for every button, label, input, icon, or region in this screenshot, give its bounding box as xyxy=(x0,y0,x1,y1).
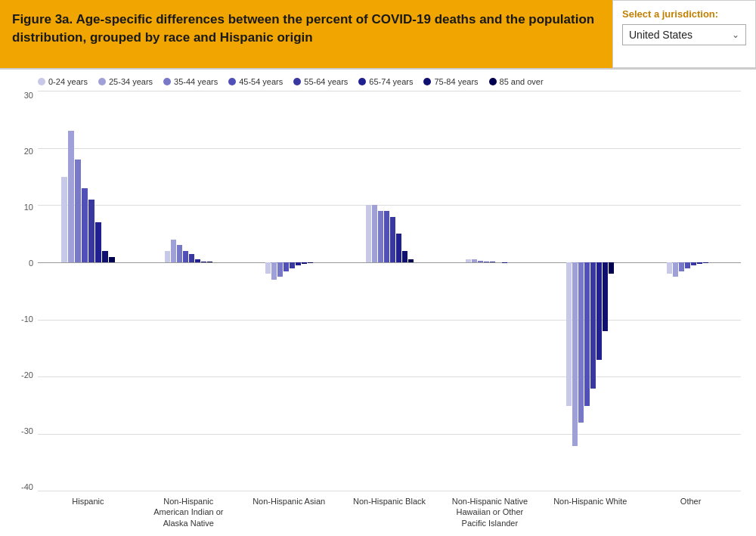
legend-color xyxy=(358,78,366,85)
bar-group xyxy=(138,91,239,491)
bar-wrapper xyxy=(590,91,596,491)
bar-negative xyxy=(596,262,602,360)
legend-color xyxy=(38,78,45,85)
bar-wrapper xyxy=(466,91,471,491)
bar-wrapper xyxy=(679,91,684,491)
bar-positive xyxy=(207,262,212,262)
bar-wrapper xyxy=(566,91,572,491)
legend-label: 65-74 years xyxy=(369,77,413,86)
bar-wrapper xyxy=(95,91,101,491)
bar-negative xyxy=(584,262,590,405)
group-bars xyxy=(640,91,741,491)
bar-positive xyxy=(366,205,371,262)
bar-wrapper xyxy=(484,91,489,491)
bar-positive xyxy=(68,131,74,262)
bar-negative xyxy=(296,262,301,265)
bar-wrapper xyxy=(109,91,115,491)
bar-positive xyxy=(396,234,401,262)
legend-color xyxy=(163,78,171,85)
bar-wrapper xyxy=(265,91,271,491)
bar-wrapper xyxy=(697,91,702,491)
bar-negative xyxy=(572,262,578,445)
bar-wrapper xyxy=(366,91,371,491)
bar-positive xyxy=(466,259,471,262)
jurisdiction-value: United States xyxy=(629,29,692,41)
y-axis-tick: 30 xyxy=(24,91,33,100)
bar-wrapper xyxy=(308,91,313,491)
bar-negative xyxy=(603,262,608,331)
bar-wrapper xyxy=(603,91,608,491)
bar-negative xyxy=(302,262,307,264)
legend-item: 85 and over xyxy=(489,77,544,86)
bar-negative xyxy=(290,262,295,268)
x-axis-label: Non-Hispanic White xyxy=(540,491,640,528)
bar-wrapper xyxy=(673,91,678,491)
y-axis-tick: -40 xyxy=(21,482,33,491)
y-axis-tick: 20 xyxy=(24,147,33,156)
bar-wrapper xyxy=(378,91,383,491)
legend-color xyxy=(423,78,431,85)
bar-wrapper xyxy=(372,91,377,491)
bar-negative xyxy=(308,262,313,263)
bar-positive xyxy=(484,262,489,263)
bar-positive xyxy=(390,217,395,263)
bar-group xyxy=(640,91,741,491)
legend-item: 0-24 years xyxy=(38,77,88,86)
jurisdiction-box: Select a jurisdiction: United States ⌄ xyxy=(612,0,756,68)
bar-wrapper xyxy=(709,91,714,491)
bar-group xyxy=(439,91,540,491)
bar-wrapper xyxy=(68,91,74,491)
legend-color xyxy=(489,78,497,85)
bar-wrapper xyxy=(490,91,495,491)
bar-negative xyxy=(284,262,289,271)
bar-negative xyxy=(679,262,684,271)
bar-positive xyxy=(189,254,194,262)
bar-wrapper xyxy=(277,91,283,491)
bar-positive xyxy=(82,188,88,262)
bar-wrapper xyxy=(88,91,94,491)
bar-wrapper xyxy=(296,91,301,491)
bar-positive xyxy=(195,259,200,262)
bar-wrapper xyxy=(390,91,395,491)
y-axis-tick: 0 xyxy=(29,259,33,268)
bar-wrapper xyxy=(508,91,513,491)
bar-wrapper xyxy=(302,91,307,491)
bar-positive xyxy=(171,240,176,262)
bar-wrapper xyxy=(596,91,602,491)
bar-wrapper xyxy=(82,91,88,491)
bar-negative xyxy=(578,262,584,423)
chart-plot xyxy=(38,91,741,491)
bar-wrapper xyxy=(572,91,578,491)
bar-positive xyxy=(378,211,383,262)
bar-wrapper xyxy=(667,91,672,491)
bar-wrapper xyxy=(271,91,277,491)
bar-wrapper xyxy=(165,91,170,491)
header-area: Figure 3a. Age-specific differences betw… xyxy=(0,0,756,68)
bar-positive xyxy=(183,251,188,262)
bar-negative xyxy=(685,262,690,268)
bar-positive xyxy=(384,211,389,262)
bar-positive xyxy=(61,177,67,263)
bar-wrapper xyxy=(284,91,289,491)
x-axis-label: Non-Hispanic Asian xyxy=(239,491,339,528)
legend-label: 45-54 years xyxy=(239,77,283,86)
group-bars xyxy=(339,91,440,491)
jurisdiction-dropdown[interactable]: United States ⌄ xyxy=(622,24,746,45)
bar-group xyxy=(38,91,138,491)
chart-area: 0-24 years25-34 years35-44 years45-54 ye… xyxy=(0,70,756,536)
bar-wrapper xyxy=(177,91,182,491)
legend-item: 25-34 years xyxy=(98,77,153,86)
legend-color xyxy=(293,78,301,85)
bar-wrapper xyxy=(384,91,389,491)
bars-container xyxy=(38,91,741,491)
legend-item: 75-84 years xyxy=(423,77,478,86)
chart-wrapper: 3020100-10-20-30-40 HispanicNon-Hispanic… xyxy=(8,91,741,528)
x-axis-label: Hispanic xyxy=(38,491,138,528)
x-axis-label: Other xyxy=(640,491,741,528)
y-axis: 3020100-10-20-30-40 xyxy=(8,91,38,491)
legend-color xyxy=(228,78,236,85)
bar-positive xyxy=(472,259,477,262)
bar-negative xyxy=(502,262,507,263)
bar-wrapper xyxy=(102,91,108,491)
legend-label: 35-44 years xyxy=(174,77,218,86)
